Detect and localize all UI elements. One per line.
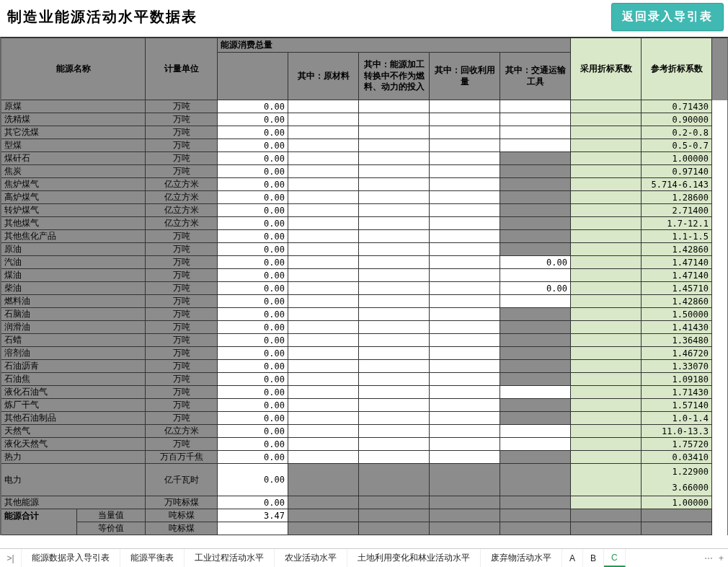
cell-proc[interactable] (359, 100, 430, 113)
cell-raw[interactable] (288, 243, 359, 256)
cell-raw[interactable] (288, 282, 359, 295)
cell-total[interactable]: 0.00 (218, 308, 288, 321)
cell-recyc[interactable] (430, 451, 500, 464)
cell-raw[interactable] (288, 178, 359, 191)
cell-recyc[interactable] (430, 425, 500, 438)
cell-total[interactable]: 0.00 (218, 178, 288, 191)
cell-proc[interactable] (359, 347, 430, 360)
cell-proc[interactable] (359, 451, 430, 464)
cell-total[interactable]: 0.00 (218, 243, 288, 256)
cell-recyc[interactable] (430, 412, 500, 425)
cell-total[interactable]: 0.00 (218, 321, 288, 334)
cell-recyc[interactable] (430, 256, 500, 269)
cell-raw[interactable] (288, 269, 359, 282)
cell-raw[interactable] (288, 373, 359, 386)
cell-total[interactable]: 0.00 (218, 230, 288, 243)
cell-total[interactable]: 0.00 (218, 295, 288, 308)
cell-raw[interactable] (288, 451, 359, 464)
cell-recyc[interactable] (430, 269, 500, 282)
cell-recyc[interactable] (430, 126, 500, 139)
cell-raw[interactable] (288, 308, 359, 321)
cell-total[interactable]: 0.00 (218, 347, 288, 360)
cell-trans[interactable] (500, 139, 571, 152)
cell-raw[interactable] (288, 386, 359, 399)
sheet-tab[interactable]: A (562, 549, 583, 567)
cell-raw[interactable] (288, 295, 359, 308)
cell-recyc[interactable] (430, 191, 500, 204)
cell-proc[interactable] (359, 217, 430, 230)
cell-coef-used[interactable] (571, 113, 642, 126)
cell-coef-used[interactable] (571, 126, 642, 139)
cell-proc[interactable] (359, 113, 430, 126)
cell-recyc[interactable] (430, 282, 500, 295)
cell-coef-used[interactable] (571, 243, 642, 256)
cell-raw[interactable] (288, 217, 359, 230)
cell-recyc[interactable] (430, 373, 500, 386)
cell-recyc[interactable] (430, 360, 500, 373)
cell-raw[interactable] (288, 113, 359, 126)
cell-coef-used[interactable] (571, 321, 642, 334)
sheet-nav-prev-icon[interactable]: >| (0, 549, 22, 567)
cell-total[interactable]: 0.00 (218, 425, 288, 438)
cell-total[interactable]: 0.00 (218, 464, 288, 496)
cell-coef-used[interactable] (571, 334, 642, 347)
cell-raw[interactable] (288, 321, 359, 334)
cell-coef-used[interactable] (571, 451, 642, 464)
cell-proc[interactable] (359, 126, 430, 139)
cell-raw[interactable] (288, 412, 359, 425)
cell-proc[interactable] (359, 204, 430, 217)
sheet-tab[interactable]: 农业活动水平 (275, 549, 347, 567)
cell-coef-used[interactable] (571, 256, 642, 269)
cell-coef-used[interactable] (571, 386, 642, 399)
cell-raw[interactable] (288, 347, 359, 360)
sheet-tab[interactable]: 能源平衡表 (120, 549, 185, 567)
cell-raw[interactable] (288, 399, 359, 412)
cell-proc[interactable] (359, 373, 430, 386)
cell-raw[interactable] (288, 152, 359, 165)
cell-coef-used[interactable] (571, 347, 642, 360)
cell-trans[interactable] (500, 126, 571, 139)
cell-recyc[interactable] (430, 100, 500, 113)
cell-recyc[interactable] (430, 152, 500, 165)
cell-total[interactable]: 0.00 (218, 438, 288, 451)
cell-raw[interactable] (288, 360, 359, 373)
cell-total[interactable]: 0.00 (218, 269, 288, 282)
cell-total[interactable]: 0.00 (218, 113, 288, 126)
cell-total[interactable]: 0.00 (218, 217, 288, 230)
back-button[interactable]: 返回录入导引表 (611, 3, 724, 31)
cell-recyc[interactable] (430, 217, 500, 230)
cell-coef-used[interactable] (571, 308, 642, 321)
cell-trans[interactable] (500, 269, 571, 282)
cell-total[interactable]: 0.00 (218, 100, 288, 113)
cell-proc[interactable] (359, 139, 430, 152)
sheet-tab[interactable]: 工业过程活动水平 (185, 549, 275, 567)
cell-raw[interactable] (288, 191, 359, 204)
cell-coef-used[interactable] (571, 100, 642, 113)
cell-raw[interactable] (288, 100, 359, 113)
cell-raw[interactable] (288, 204, 359, 217)
cell-recyc[interactable] (430, 295, 500, 308)
cell-coef-used[interactable] (571, 165, 642, 178)
cell-total[interactable]: 0.00 (218, 165, 288, 178)
cell-coef-used[interactable] (571, 178, 642, 191)
cell-proc[interactable] (359, 360, 430, 373)
sheet-tab[interactable]: 土地利用变化和林业活动水平 (347, 549, 481, 567)
cell-proc[interactable] (359, 178, 430, 191)
cell-coef-used[interactable] (571, 360, 642, 373)
cell-raw[interactable] (288, 230, 359, 243)
cell-recyc[interactable] (430, 178, 500, 191)
sheet-tab[interactable]: B (583, 549, 604, 567)
cell-coef-used[interactable] (571, 464, 642, 496)
cell-coef-used[interactable] (571, 496, 642, 509)
cell-trans[interactable]: 0.00 (500, 282, 571, 295)
sheet-tab[interactable]: 废弃物活动水平 (481, 549, 562, 567)
cell-recyc[interactable] (430, 230, 500, 243)
cell-proc[interactable] (359, 230, 430, 243)
cell-total[interactable]: 0.00 (218, 139, 288, 152)
cell-total[interactable]: 0.00 (218, 412, 288, 425)
cell-proc[interactable] (359, 399, 430, 412)
cell-raw[interactable] (288, 425, 359, 438)
cell-proc[interactable] (359, 256, 430, 269)
cell-proc[interactable] (359, 152, 430, 165)
cell-raw[interactable] (288, 165, 359, 178)
